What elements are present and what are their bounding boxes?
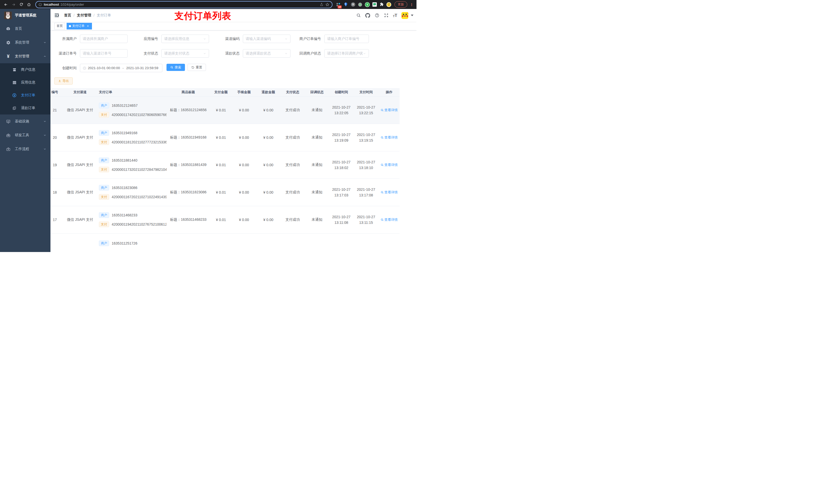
create-time: 13:11:08	[332, 220, 351, 225]
font-size-icon[interactable]: TT	[393, 13, 397, 18]
app-logo	[4, 11, 12, 19]
extension-balloon-icon[interactable]	[343, 1, 349, 8]
view-detail-link[interactable]: 查看详情	[381, 163, 398, 167]
search-icon[interactable]	[356, 13, 361, 18]
back-icon[interactable]	[3, 1, 9, 8]
date-end: 2021-10-31 23:59:59	[126, 66, 158, 70]
table-row: 20 微信 JSAPI 支付 商户 1635311949168 支付 42000…	[50, 124, 400, 151]
sidebar-item-merchant-info[interactable]: 商户信息	[0, 63, 50, 76]
extension-y-icon[interactable]: Y	[364, 1, 371, 8]
channel-code-select[interactable]: 请输入渠道编码	[243, 34, 290, 43]
sidebar-submenu-payment: 商户信息 应用信息 支付订单 退款订单	[0, 63, 50, 115]
breadcrumb-home[interactable]: 首页	[64, 13, 71, 18]
help-icon[interactable]	[375, 13, 380, 18]
sidebar-item-label: 工作流程	[15, 147, 43, 151]
pay-order-no: 4200001174202110278060590766	[112, 113, 166, 117]
filter-row-2: 渠道订单号 请输入渠道订单号 支付状态 请选择支付状态 退款状态 请选择退款状态	[54, 49, 413, 57]
tab-home[interactable]: 首页	[54, 23, 65, 29]
view-detail-link[interactable]: 查看详情	[381, 135, 398, 140]
column-header: 退款金额	[256, 88, 281, 96]
pay-order-no: 4200001194202110276752100612	[112, 222, 166, 226]
github-icon[interactable]	[365, 13, 371, 18]
export-button[interactable]: 导出	[54, 77, 73, 85]
merchant-select[interactable]: 请选择所属商户	[80, 34, 127, 43]
refund-status-select[interactable]: 请选择退款状态	[243, 49, 290, 57]
sidebar-item-label: 支付管理	[15, 54, 43, 58]
sidebar-item-pay-order[interactable]: 支付订单	[0, 89, 50, 102]
field-label: 创建时间	[54, 66, 80, 70]
table-row-partial: 商户 1635311251726	[50, 234, 400, 252]
browser-menu-icon[interactable]: ⋮	[410, 3, 413, 6]
pay-date: 2021-10-27	[357, 104, 375, 110]
cell-actions: 查看详情	[379, 179, 400, 206]
cell-create-time: 2021-10-27 13:22:05	[329, 97, 354, 124]
user-avatar[interactable]	[401, 12, 408, 19]
sidebar-item-system[interactable]: 系统管理	[0, 35, 50, 49]
breadcrumb-section[interactable]: 支付管理	[77, 13, 91, 18]
profile-avatar-icon[interactable]	[386, 1, 392, 8]
sidebar-item-home[interactable]: 首页	[0, 22, 50, 35]
date-separator: -	[121, 66, 124, 70]
extension-record-icon[interactable]	[357, 1, 363, 8]
field-label: 渠道订单号	[54, 51, 80, 56]
view-detail-link[interactable]: 查看详情	[381, 108, 398, 113]
app-select[interactable]: 请选择应用信息	[161, 34, 209, 43]
fullscreen-icon[interactable]	[384, 13, 389, 18]
date-range-input[interactable]: 2021-10-01 00:00:00 - 2021-10-31 23:59:5…	[80, 64, 162, 72]
extensions-puzzle-icon[interactable]	[379, 1, 385, 8]
grid-icon	[11, 80, 18, 85]
merchant-order-no-input[interactable]: 请输入商户订单编号	[324, 34, 369, 43]
view-detail-link[interactable]: 查看详情	[381, 217, 398, 222]
date-start: 2021-10-01 00:00:00	[88, 66, 120, 70]
download-icon	[58, 79, 61, 82]
sidebar-item-label: 基础设施	[15, 119, 43, 124]
sidebar-item-label: 应用信息	[21, 80, 46, 85]
forward-icon[interactable]	[10, 1, 17, 8]
reset-button[interactable]: 重置	[188, 64, 206, 71]
extension-chat-icon[interactable]	[372, 1, 378, 8]
extension-command-icon[interactable]: ⌘	[350, 1, 356, 8]
address-bar[interactable]: localhost:1024/pay/order	[35, 1, 332, 8]
channel-order-no-input[interactable]: 请输入渠道订单号	[80, 49, 127, 57]
view-detail-label: 查看详情	[384, 108, 398, 113]
chevron-down-icon	[43, 41, 46, 44]
cell-order-numbers: 商户 1635311823086 支付 42000011672021102710…	[97, 179, 166, 206]
sidebar-item-dev-tools[interactable]: 研发工具	[0, 128, 50, 142]
sidebar-item-workflow[interactable]: 工作流程	[0, 142, 50, 156]
cell-pay-time: 2021-10-27 13:19:15	[354, 124, 379, 151]
sidebar-item-payment[interactable]: ¥ 支付管理	[0, 49, 50, 63]
app-logo-row[interactable]: 芋道管理系统	[0, 9, 50, 22]
sidebar-item-infrastructure[interactable]: 基础设施	[0, 115, 50, 128]
sidebar-collapse-icon[interactable]	[54, 13, 60, 18]
sidebar-item-refund-order[interactable]: 退款订单	[0, 102, 50, 115]
notify-status-select[interactable]: 请选择订单回调商户状态	[324, 49, 369, 57]
chevron-down-icon	[43, 120, 46, 123]
pay-status-select[interactable]: 请选择支付状态	[161, 49, 209, 57]
extension-tasks-icon[interactable]: 10	[336, 1, 342, 8]
caret-down-icon[interactable]	[411, 15, 413, 16]
tab-label: 支付订单	[72, 24, 85, 28]
search-button[interactable]: 搜索	[166, 64, 185, 71]
page-annotation: 支付订单列表	[174, 10, 231, 22]
table-row: 21 微信 JSAPI 支付 商户 1635312124657 支付 42000…	[50, 97, 400, 124]
view-detail-link[interactable]: 查看详情	[381, 190, 398, 195]
cell-channel: 微信 JSAPI 支付	[63, 97, 97, 124]
cell-create-time: 2021-10-27 13:17:03	[329, 179, 354, 206]
home-icon[interactable]	[26, 1, 32, 8]
browser-update-button[interactable]: 更新	[395, 1, 407, 8]
reload-icon[interactable]	[18, 1, 25, 8]
merchant-tag: 商户	[99, 103, 109, 108]
page-content: 所属商户 请选择所属商户 应用编号 请选择应用信息 渠道编码 请输入渠道编码	[50, 30, 416, 252]
url-host: localhost	[44, 3, 59, 6]
pay-time: 13:18:10	[357, 165, 375, 171]
share-icon[interactable]	[320, 3, 324, 6]
tab-pay-order[interactable]: 支付订单 ×	[67, 23, 92, 29]
bookmark-star-icon[interactable]	[325, 3, 329, 7]
placeholder: 请选择应用信息	[164, 37, 203, 41]
pay-tag: 支付	[99, 139, 109, 145]
placeholder: 请选择所属商户	[83, 37, 125, 41]
close-icon[interactable]: ×	[86, 24, 90, 28]
browser-toolbar: localhost:1024/pay/order 10 ⌘ Y 更新 ⋮	[0, 0, 416, 9]
sidebar-item-app-info[interactable]: 应用信息	[0, 76, 50, 89]
chevron-down-icon	[203, 52, 206, 55]
